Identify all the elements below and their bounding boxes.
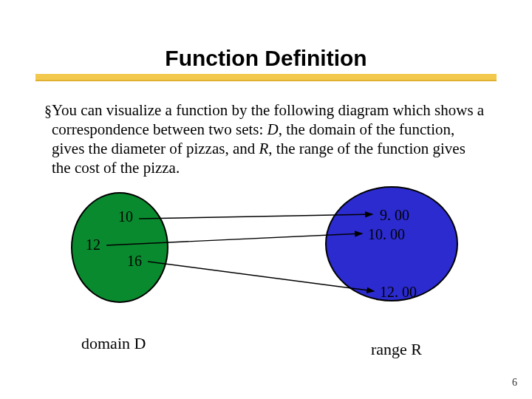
- range-caption-var: R: [411, 340, 422, 358]
- slide-number: 6: [512, 377, 517, 389]
- domain-value-10: 10: [118, 208, 133, 225]
- paragraph: You can visualize a function by the foll…: [52, 100, 488, 177]
- slide: Function Definition § You can visualize …: [0, 0, 532, 399]
- domain-value-12: 12: [86, 236, 100, 253]
- domain-caption-var: D: [134, 334, 146, 352]
- bullet-icon: §: [44, 100, 52, 177]
- domain-caption: domain D: [81, 334, 146, 353]
- domain-value-16: 16: [127, 253, 142, 270]
- range-caption: range R: [371, 340, 422, 359]
- paragraph-wrap: § You can visualize a function by the fo…: [44, 100, 488, 177]
- mapping-diagram: 10 12 16 9. 00 10. 00 12. 00 domain D ra…: [0, 192, 532, 362]
- slide-title: Function Definition: [0, 46, 532, 71]
- title-underline: [35, 74, 497, 80]
- range-value-12: 12. 00: [380, 284, 417, 301]
- range-value-9: 9. 00: [380, 207, 409, 224]
- range-value-10: 10. 00: [368, 226, 405, 243]
- range-caption-text: range: [371, 340, 411, 358]
- domain-caption-text: domain: [81, 334, 134, 352]
